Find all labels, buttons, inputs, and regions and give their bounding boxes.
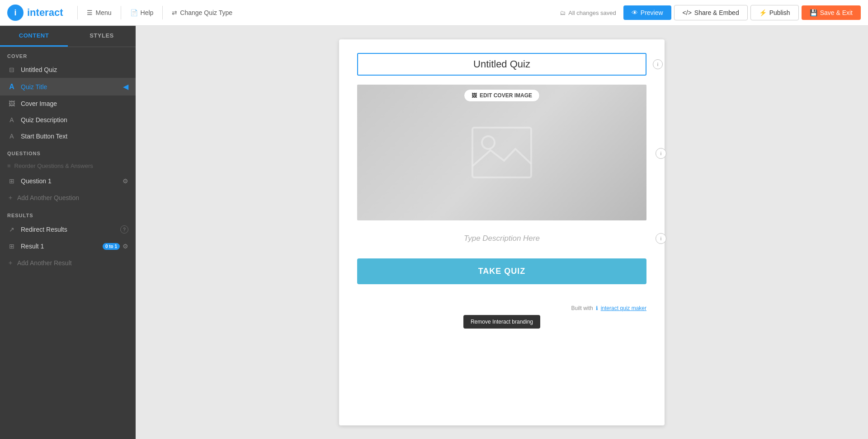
quiz-title-wrapper: i [357,53,646,76]
logo-icon: i [7,5,24,21]
result-1-badge: 0 to 1 [103,243,120,250]
redirect-icon: ↗ [7,226,16,233]
navbar: i interact ☰ Menu 📄 Help ⇄ Change Quiz T… [0,0,868,26]
result-icon: ⊞ [7,243,16,250]
description-icon: A [7,116,16,124]
svg-rect-0 [472,128,531,177]
branding-link[interactable]: interact quiz maker [601,305,646,311]
tab-styles[interactable]: STYLES [68,26,136,47]
main-content: i 🖼 EDIT COVER IMAGE i [136,26,868,439]
description-wrapper: Type Description Here i [357,229,646,248]
questions-section-header: QUESTIONS [0,144,136,159]
reorder-questions-item[interactable]: ≡ Reorder Questions & Answers [0,159,136,173]
add-another-result-item[interactable]: ＋ Add Another Result [0,254,136,272]
cover-image-info-button[interactable]: i [656,148,666,159]
edit-cover-icon: 🖼 [472,92,477,99]
sidebar-item-result-1[interactable]: ⊞ Result 1 0 to 1 ⚙ [0,238,136,254]
edit-cover-image-button[interactable]: 🖼 EDIT COVER IMAGE [464,89,540,102]
remove-branding-button[interactable]: Remove Interact branding [463,315,540,329]
cover-image-placeholder: 🖼 EDIT COVER IMAGE [357,85,646,220]
save-status: 🗂 All changes saved [560,10,616,16]
menu-icon: ☰ [87,9,93,16]
text-icon-a: A [7,83,16,91]
cover-image-wrapper: 🖼 EDIT COVER IMAGE i [357,85,646,220]
help-button[interactable]: 📄 Help [125,5,159,20]
nav-divider [77,6,78,19]
sidebar-item-cover-image[interactable]: 🖼 Cover Image [0,95,136,112]
sidebar-item-quiz-title[interactable]: A Quiz Title ◀ [0,78,136,95]
question-icon: ⊞ [7,177,16,185]
save-icon: 💾 [810,9,817,16]
results-section-header: RESULTS [0,206,136,221]
nav-divider-2 [121,6,121,19]
description-placeholder-text: Type Description Here [357,229,646,248]
sidebar-item-redirect-results[interactable]: ↗ Redirect Results ? [0,221,136,238]
logo-text: interact [27,7,63,19]
reorder-icon: ≡ [7,162,11,169]
image-placeholder-svg [470,125,533,180]
sidebar-item-question-1[interactable]: ⊞ Question 1 ⚙ [0,173,136,189]
branding-section: Built with ℹ interact quiz maker [339,298,665,315]
result-1-controls: 0 to 1 ⚙ [103,243,128,250]
sidebar: CONTENT STYLES COVER ⊟ Untitled Quiz A Q… [0,26,136,439]
add-question-plus-icon: ＋ [7,194,14,202]
change-quiz-type-button[interactable]: ⇄ Change Quiz Type [166,5,238,20]
svg-point-1 [482,136,495,149]
sidebar-tabs: CONTENT STYLES [0,26,136,47]
redirect-controls: ? [120,225,128,234]
grid-icon: ⊟ [7,66,16,73]
change-type-icon: ⇄ [172,9,177,16]
preview-icon: 👁 [632,9,638,16]
question-1-controls: ⚙ [123,177,128,185]
tab-content[interactable]: CONTENT [0,26,68,47]
publish-button[interactable]: ⚡ Publish [750,5,799,20]
code-icon: </> [683,9,692,16]
branding-logo-icon: ℹ [596,305,598,311]
cover-section-header: COVER [0,47,136,62]
share-embed-button[interactable]: </> Share & Embed [674,5,748,20]
publish-icon: ⚡ [759,9,767,16]
start-text-icon: A [7,133,16,140]
title-info-button[interactable]: i [653,59,663,69]
menu-button[interactable]: ☰ Menu [81,5,117,20]
nav-divider-3 [162,6,163,19]
save-exit-button[interactable]: 💾 Save & Exit [802,5,861,20]
quiz-title-input[interactable] [357,53,646,76]
image-icon: 🖼 [7,100,16,107]
sidebar-item-quiz-description[interactable]: A Quiz Description [0,112,136,128]
sidebar-item-start-button-text[interactable]: A Start Button Text [0,128,136,144]
status-icon: 🗂 [560,10,566,16]
preview-button[interactable]: 👁 Preview [623,5,671,20]
quiz-card: i 🖼 EDIT COVER IMAGE i [339,39,665,425]
redirect-help-button[interactable]: ? [120,225,128,234]
sidebar-item-untitled-quiz[interactable]: ⊟ Untitled Quiz [0,62,136,78]
add-result-plus-icon: ＋ [7,259,14,267]
help-icon: 📄 [130,9,138,16]
question-1-gear-button[interactable]: ⚙ [123,177,128,185]
quiz-card-inner: i 🖼 EDIT COVER IMAGE i [339,39,665,298]
description-info-button[interactable]: i [656,233,666,244]
take-quiz-button[interactable]: TAKE QUIZ [357,258,646,284]
result-1-gear-button[interactable]: ⚙ [123,243,128,250]
add-another-question-item[interactable]: ＋ Add Another Question [0,189,136,206]
active-arrow: ◀ [123,82,128,91]
logo: i interact [7,5,63,21]
